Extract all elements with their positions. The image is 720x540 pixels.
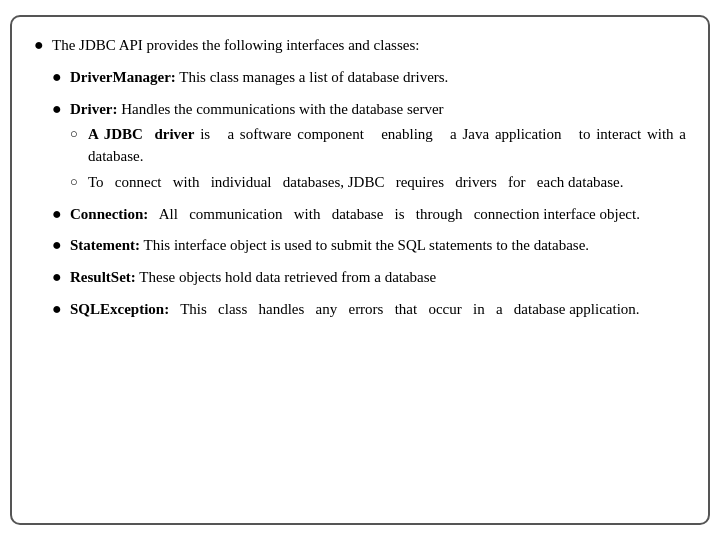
item-jdbc-driver: ○ A JDBC driver is a software component … <box>70 124 686 168</box>
bullet-marker-connection: ● <box>52 205 70 223</box>
connection-text: Connection: All communication with datab… <box>70 204 686 226</box>
driver-label: Driver: <box>70 101 117 117</box>
connection-desc: All communication with database is throu… <box>152 206 640 222</box>
item-sqlexception: ● SQLException: This class handles any e… <box>52 299 686 321</box>
jdbc-driver-text: A JDBC driver is a software component en… <box>88 124 686 168</box>
statement-desc: This interface object is used to submit … <box>143 237 589 253</box>
connection-label: Connection: <box>70 206 148 222</box>
bullet-marker-statement: ● <box>52 236 70 254</box>
driver-desc: Handles the communications with the data… <box>121 101 443 117</box>
bullet-marker-to-connect: ○ <box>70 174 88 190</box>
resultset-desc: These objects hold data retrieved from a… <box>139 269 436 285</box>
item-statement: ● Statement: This interface object is us… <box>52 235 686 257</box>
bullet-marker-jdbc-driver: ○ <box>70 126 88 142</box>
resultset-label: ResultSet: <box>70 269 136 285</box>
sqlexception-desc: This class handles any errors that occur… <box>173 301 640 317</box>
intro-bullet: ● The JDBC API provides the following in… <box>34 35 686 57</box>
sqlexception-label: SQLException: <box>70 301 169 317</box>
drivermanager-label: DriverManager: <box>70 69 176 85</box>
statement-text: Statement: This interface object is used… <box>70 235 686 257</box>
bullet-marker-resultset: ● <box>52 268 70 286</box>
item-drivermanager: ● DriverManager: This class manages a li… <box>52 67 686 89</box>
jdbc-driver-bold: A JDBC driver <box>88 126 194 142</box>
item-driver: ● Driver: Handles the communications wit… <box>52 99 686 121</box>
drivermanager-desc: This class manages a list of database dr… <box>179 69 448 85</box>
slide-container: ● The JDBC API provides the following in… <box>10 15 710 525</box>
bullet-marker-l1-intro: ● <box>34 36 52 54</box>
statement-label: Statement: <box>70 237 140 253</box>
drivermanager-text: DriverManager: This class manages a list… <box>70 67 686 89</box>
to-connect-text: To connect with individual databases, JD… <box>88 172 686 194</box>
item-connection: ● Connection: All communication with dat… <box>52 204 686 226</box>
resultset-text: ResultSet: These objects hold data retri… <box>70 267 686 289</box>
driver-text: Driver: Handles the communications with … <box>70 99 686 121</box>
intro-text: The JDBC API provides the following inte… <box>52 35 686 57</box>
sqlexception-text: SQLException: This class handles any err… <box>70 299 686 321</box>
bullet-marker-drivermanager: ● <box>52 68 70 86</box>
item-resultset: ● ResultSet: These objects hold data ret… <box>52 267 686 289</box>
bullet-marker-sqlexception: ● <box>52 300 70 318</box>
item-to-connect: ○ To connect with individual databases, … <box>70 172 686 194</box>
bullet-marker-driver: ● <box>52 100 70 118</box>
